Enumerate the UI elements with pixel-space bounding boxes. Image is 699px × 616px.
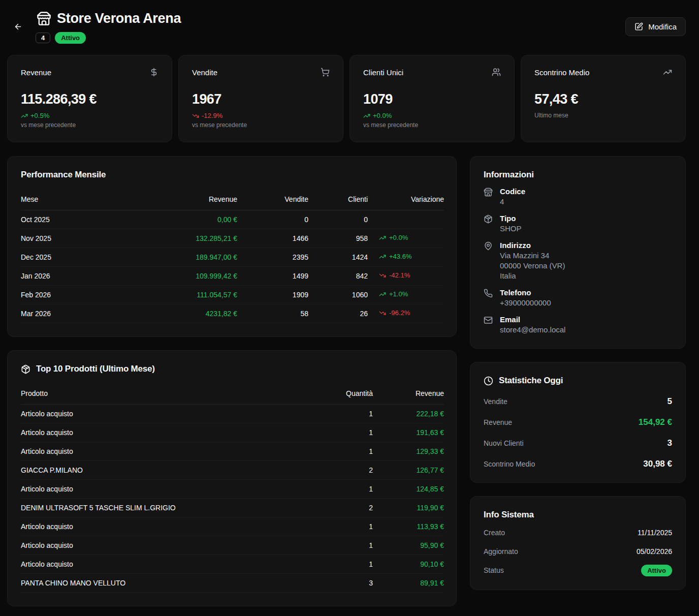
top-products-panel: Top 10 Prodotti (Ultimo Mese) Prodotto Q… bbox=[7, 350, 457, 606]
revenue-cell: 95,90 € bbox=[373, 536, 444, 555]
quantity-cell: 2 bbox=[307, 499, 373, 517]
clock-icon bbox=[484, 376, 493, 386]
table-row: Nov 2025 132.285,21 € 1466 958 bbox=[21, 229, 444, 248]
stat-row-revenue: Revenue 154,92 € bbox=[484, 417, 672, 427]
info-item-codice: Codice 4 bbox=[484, 187, 672, 207]
kpi-card-scontrino-medio: Scontrino Medio 57,43 € Ultimo mese bbox=[521, 55, 686, 142]
variation-value: +0.0% bbox=[389, 234, 408, 241]
table-header-row: Prodotto Quantità Revenue bbox=[21, 385, 444, 405]
info-value: Italia bbox=[500, 271, 565, 281]
info-label: Codice bbox=[500, 187, 525, 197]
column-header-mese: Mese bbox=[21, 191, 147, 210]
kpi-card-vendite: Vendite 1967 -12.9% vs mese precedente bbox=[178, 55, 343, 142]
stat-row-scontrino-medio: Scontrino Medio 30,98 € bbox=[484, 459, 672, 469]
kpi-trend-value: +0.5% bbox=[30, 112, 49, 119]
table-row: Feb 2026 111.054,57 € 1909 1060 bbox=[21, 286, 444, 304]
revenue-cell: 109.999,42 € bbox=[147, 267, 237, 286]
revenue-cell: 0,00 € bbox=[147, 210, 237, 229]
sales-cell: 2395 bbox=[237, 248, 308, 267]
storefront-icon bbox=[484, 188, 493, 207]
clients-cell: 0 bbox=[308, 210, 368, 229]
variation-value: +43.6% bbox=[389, 253, 411, 260]
revenue-cell: 189.947,00 € bbox=[147, 248, 237, 267]
info-item-email: Email store4@demo.local bbox=[484, 315, 672, 335]
kpi-subtitle: vs mese precedente bbox=[192, 121, 330, 129]
stat-value: 5 bbox=[668, 396, 672, 407]
quantity-cell: 1 bbox=[307, 536, 373, 555]
trending-up-icon bbox=[21, 112, 28, 119]
product-cell: GIACCA P.MILANO bbox=[21, 461, 307, 480]
table-row: Articolo acquisto 1 222,18 € bbox=[21, 405, 444, 423]
performance-panel: Performance Mensile Mese Revenue Vendite… bbox=[7, 156, 457, 337]
arrow-left-icon bbox=[14, 22, 22, 31]
revenue-cell: 119,90 € bbox=[373, 499, 444, 517]
quantity-cell: 1 bbox=[307, 405, 373, 423]
quantity-cell: 1 bbox=[307, 442, 373, 461]
stat-value: 154,92 € bbox=[639, 417, 672, 427]
variation-cell: +0.0% bbox=[368, 229, 444, 248]
sys-row-status: Status Attivo bbox=[484, 564, 672, 576]
revenue-cell: 124,85 € bbox=[373, 480, 444, 499]
trending-down-icon bbox=[379, 272, 386, 279]
kpi-subtitle: vs mese precedente bbox=[21, 121, 158, 129]
stat-label: Vendite bbox=[484, 397, 507, 406]
table-row: DENIM ULTRASOFT 5 TASCHE SLIM L.GRIGIO 2… bbox=[21, 499, 444, 517]
info-label: Tipo bbox=[500, 213, 522, 224]
kpi-card-revenue: Revenue 115.286,39 € +0.5% vs mese prece… bbox=[7, 55, 172, 142]
table-row: Oct 2025 0,00 € 0 0 bbox=[21, 210, 444, 229]
info-item-indirizzo: Indirizzo Via Mazzini 34 00000 Verona (V… bbox=[484, 240, 672, 281]
stat-label: Revenue bbox=[484, 418, 512, 426]
variation-value: +1.0% bbox=[389, 290, 408, 298]
info-label: Indirizzo bbox=[500, 240, 565, 251]
table-row: Articolo acquisto 1 191,63 € bbox=[21, 423, 444, 442]
month-cell: Nov 2025 bbox=[21, 229, 147, 248]
kpi-value: 115.286,39 € bbox=[21, 91, 158, 107]
kpi-card-clienti-unici: Clienti Unici 1079 +0.0% vs mese precede… bbox=[350, 55, 515, 142]
storefront-icon bbox=[37, 11, 51, 26]
variation-cell: +43.6% bbox=[368, 248, 444, 267]
revenue-cell: 132.285,21 € bbox=[147, 229, 237, 248]
sys-row-aggiornato: Aggiornato 05/02/2026 bbox=[484, 545, 672, 558]
revenue-cell: 129,33 € bbox=[373, 442, 444, 461]
sales-cell: 1466 bbox=[237, 229, 308, 248]
trending-down-icon bbox=[192, 112, 199, 119]
revenue-cell: 89,91 € bbox=[373, 574, 444, 593]
package-icon bbox=[21, 364, 30, 374]
variation-cell: +1.0% bbox=[368, 286, 444, 304]
sys-label: Aggiornato bbox=[484, 547, 518, 556]
info-value: 4 bbox=[500, 197, 525, 207]
kpi-trend-value: +0.0% bbox=[373, 112, 392, 119]
sys-row-creato: Creato 11/11/2025 bbox=[484, 527, 672, 539]
sys-label: Status bbox=[484, 566, 504, 574]
table-row: Jan 2026 109.999,42 € 1499 842 bbox=[21, 267, 444, 286]
column-header-variazione: Variazione bbox=[368, 191, 444, 210]
package-icon bbox=[484, 214, 493, 234]
variation-value: -42.1% bbox=[389, 271, 410, 279]
product-cell: Articolo acquisto bbox=[21, 555, 307, 574]
product-cell: DENIM ULTRASOFT 5 TASCHE SLIM L.GRIGIO bbox=[21, 499, 307, 517]
system-info-panel-title: Info Sistema bbox=[484, 510, 672, 520]
kpi-value: 1967 bbox=[192, 91, 330, 107]
revenue-cell: 113,93 € bbox=[373, 517, 444, 536]
column-header-revenue: Revenue bbox=[373, 385, 444, 405]
performance-table: Mese Revenue Vendite Clienti Variazione … bbox=[21, 191, 444, 323]
quantity-cell: 1 bbox=[307, 517, 373, 536]
edit-button[interactable]: Modifica bbox=[625, 17, 686, 36]
top-products-panel-title: Top 10 Prodotti (Ultimo Mese) bbox=[36, 364, 155, 374]
dollar-icon bbox=[149, 68, 158, 77]
page-title: Store Verona Arena bbox=[57, 11, 181, 26]
sys-value: 05/02/2026 bbox=[637, 547, 672, 556]
variation-cell: -42.1% bbox=[368, 267, 444, 286]
variation-cell: -96.2% bbox=[368, 304, 444, 323]
table-row: Mar 2026 4231,82 € 58 26 bbox=[21, 304, 444, 323]
kpi-title: Scontrino Medio bbox=[534, 68, 589, 77]
info-value: Via Mazzini 34 bbox=[500, 251, 565, 261]
top-products-table: Prodotto Quantità Revenue Articolo acqui… bbox=[21, 385, 444, 593]
back-button[interactable] bbox=[14, 22, 22, 31]
sys-label: Creato bbox=[484, 529, 505, 537]
sales-cell: 1909 bbox=[237, 286, 308, 304]
sales-cell: 58 bbox=[237, 304, 308, 323]
info-value: 00000 Verona (VR) bbox=[500, 261, 565, 271]
stats-today-panel-title: Statistiche Oggi bbox=[499, 376, 563, 386]
kpi-subtitle: vs mese precedente bbox=[363, 121, 501, 129]
